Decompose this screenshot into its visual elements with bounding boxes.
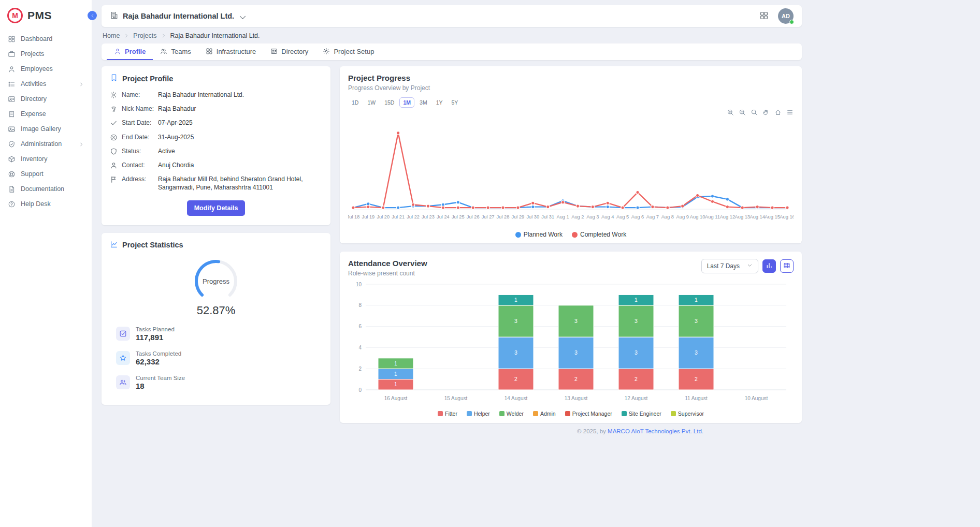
user-avatar[interactable]: AD — [778, 8, 794, 24]
sidebar-item-projects[interactable]: Projects — [0, 47, 92, 62]
range-button-1w[interactable]: 1W — [364, 97, 379, 108]
field-label: Status: — [122, 147, 154, 155]
attendance-range-select[interactable]: Last 7 Days — [701, 259, 758, 273]
svg-text:16 August: 16 August — [384, 396, 408, 401]
sidebar-item-expense[interactable]: Expense — [0, 107, 92, 122]
legend-marker — [438, 411, 443, 416]
stat-value: 62,332 — [136, 357, 181, 366]
attendance-title: Attendance Overview — [348, 259, 427, 268]
table-view-toggle[interactable] — [780, 259, 794, 273]
svg-text:2: 2 — [695, 376, 698, 382]
statistics-card-title-text: Project Statistics — [122, 241, 183, 249]
chart-line-icon — [110, 240, 118, 250]
statistics-list: Tasks Planned117,891Tasks Completed62,33… — [110, 326, 322, 390]
legend-planned-work[interactable]: Planned Work — [515, 231, 563, 238]
footer-link[interactable]: MARCO AIoT Technologies Pvt. Ltd. — [608, 428, 703, 434]
sidebar-item-support[interactable]: Support — [0, 167, 92, 182]
field-value: Anuj Chordia — [158, 161, 194, 169]
svg-text:Jul 18: Jul 18 — [348, 214, 359, 219]
legend-label: Welder — [507, 411, 524, 417]
apps-grid-icon — [759, 13, 769, 22]
app-logo[interactable]: M PMS — [0, 0, 92, 30]
tab-directory[interactable]: Directory — [263, 43, 315, 60]
svg-text:Jul 20: Jul 20 — [377, 214, 390, 219]
tab-project-setup[interactable]: Project Setup — [315, 43, 381, 60]
check-icon — [110, 119, 118, 127]
svg-text:11 August: 11 August — [685, 396, 708, 401]
sidebar-item-help-desk[interactable]: Help Desk — [0, 197, 92, 212]
footer: © 2025, by MARCO AIoT Technologies Pvt. … — [340, 428, 802, 434]
range-button-15d[interactable]: 15D — [381, 97, 398, 108]
svg-text:Aug 5: Aug 5 — [616, 214, 629, 219]
legend-site-engineer[interactable]: Site Engineer — [622, 411, 661, 417]
apps-grid-button[interactable] — [759, 11, 770, 21]
chart-tool-zoom-in[interactable] — [727, 109, 734, 117]
svg-text:Aug 4: Aug 4 — [601, 214, 614, 219]
chart-tool-zoom-out[interactable] — [739, 109, 746, 117]
svg-text:3: 3 — [695, 318, 698, 324]
stat-label: Tasks Planned — [136, 326, 175, 332]
tab-label: Teams — [171, 48, 191, 55]
help-desk-icon — [8, 200, 16, 208]
legend-completed-work[interactable]: Completed Work — [572, 231, 626, 238]
sidebar-item-activities[interactable]: Activities — [0, 77, 92, 92]
range-button-1d[interactable]: 1D — [348, 97, 362, 108]
chart-tool-menu[interactable] — [786, 109, 794, 117]
modify-details-button[interactable]: Modify Details — [187, 200, 246, 216]
legend-project-manager[interactable]: Project Manager — [565, 411, 612, 417]
sidebar-item-label: Administration — [21, 140, 62, 148]
breadcrumb-item-home[interactable]: Home — [103, 32, 120, 39]
attendance-chart[interactable]: 024681011116 August15 August233114 Augus… — [348, 277, 794, 406]
svg-text:14 August: 14 August — [505, 396, 528, 401]
tab-profile[interactable]: Profile — [107, 43, 153, 60]
building-icon — [110, 11, 119, 22]
range-button-3m[interactable]: 3M — [416, 97, 431, 108]
svg-text:1: 1 — [394, 371, 397, 377]
chart-tool-zoom[interactable] — [751, 109, 758, 117]
legend-helper[interactable]: Helper — [467, 411, 490, 417]
chart-view-toggle[interactable] — [762, 259, 776, 273]
profile-field-nick-name: Nick Name:Raja Bahadur — [110, 105, 322, 113]
chart-toolbar — [348, 109, 794, 117]
tab-teams[interactable]: Teams — [153, 43, 198, 60]
chart-tool-pan[interactable] — [762, 109, 770, 117]
range-button-1y[interactable]: 1Y — [433, 97, 446, 108]
bookmark-icon — [110, 74, 118, 83]
tab-infrastructure[interactable]: Infrastructure — [198, 43, 264, 60]
sidebar-item-directory[interactable]: Directory — [0, 92, 92, 107]
sidebar-item-image-gallery[interactable]: Image Gallery — [0, 122, 92, 137]
svg-text:Aug 9: Aug 9 — [676, 214, 689, 219]
legend-marker — [671, 411, 676, 416]
legend-supervisor[interactable]: Supervisor — [671, 411, 704, 417]
project-progress-chart[interactable]: Jul 18Jul 19Jul 20Jul 21Jul 22Jul 23Jul … — [348, 117, 794, 227]
svg-text:Jul 30: Jul 30 — [526, 214, 539, 219]
directory-icon — [270, 48, 278, 55]
svg-text:Jul 31: Jul 31 — [541, 214, 554, 219]
svg-text:Aug 3: Aug 3 — [586, 214, 599, 219]
sidebar-collapse-button[interactable] — [88, 11, 97, 20]
chevron-down-icon — [238, 13, 245, 20]
range-button-5y[interactable]: 5Y — [448, 97, 462, 108]
sidebar-item-documentation[interactable]: Documentation — [0, 182, 92, 197]
company-selector[interactable]: Raja Bahadur International Ltd. — [110, 11, 245, 22]
legend-marker — [565, 411, 570, 416]
sidebar-item-dashboard[interactable]: Dashboard — [0, 32, 92, 47]
legend-marker — [499, 411, 505, 416]
svg-text:Jul 21: Jul 21 — [392, 214, 405, 219]
pan-icon — [762, 109, 770, 116]
chart-tool-home[interactable] — [774, 109, 782, 117]
field-label: Name: — [122, 91, 154, 99]
svg-text:1: 1 — [635, 297, 638, 303]
sidebar-item-inventory[interactable]: Inventory — [0, 152, 92, 167]
legend-welder[interactable]: Welder — [499, 411, 524, 417]
legend-admin[interactable]: Admin — [533, 411, 556, 417]
sidebar-item-label: Help Desk — [21, 200, 51, 208]
range-button-1m[interactable]: 1M — [399, 97, 414, 108]
zoom-out-icon — [739, 109, 746, 116]
legend-fitter[interactable]: Fitter — [438, 411, 457, 417]
breadcrumb-item-projects[interactable]: Projects — [133, 32, 156, 39]
sidebar-item-employees[interactable]: Employees — [0, 62, 92, 77]
field-label: Contact: — [122, 161, 154, 169]
sidebar-item-administration[interactable]: Administration — [0, 137, 92, 152]
stat-value: 18 — [136, 382, 185, 390]
